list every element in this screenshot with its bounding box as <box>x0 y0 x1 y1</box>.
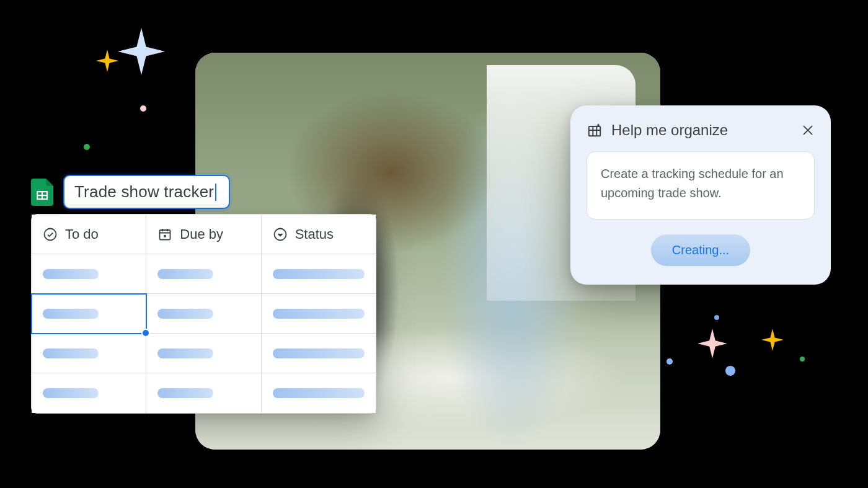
dot-decoration <box>800 357 805 362</box>
svg-point-6 <box>45 228 56 240</box>
table-cell[interactable] <box>262 254 376 294</box>
table-cell[interactable] <box>32 294 146 334</box>
panel-title: Help me organize <box>611 122 792 139</box>
placeholder-pill <box>157 269 213 279</box>
dropdown-icon <box>273 227 288 242</box>
document-title-text: Trade show tracker <box>74 182 214 202</box>
check-circle-icon <box>43 227 58 242</box>
table-cell[interactable] <box>262 334 376 373</box>
placeholder-pill <box>273 309 365 319</box>
table-cell[interactable] <box>146 334 261 373</box>
spreadsheet-preview: To do Due by Status <box>31 214 376 414</box>
column-label: Due by <box>180 226 223 242</box>
table-cell[interactable] <box>32 373 146 413</box>
table-row <box>32 254 376 294</box>
svg-rect-3 <box>37 191 38 200</box>
placeholder-pill <box>43 348 99 358</box>
placeholder-pill <box>43 388 99 398</box>
table-cell[interactable] <box>32 334 146 373</box>
svg-rect-4 <box>42 191 43 200</box>
dot-decoration <box>666 358 673 365</box>
text-cursor <box>215 184 216 201</box>
table-row <box>32 373 376 413</box>
help-me-organize-panel: Help me organize Create a tracking sched… <box>570 105 831 285</box>
google-sheets-icon <box>31 179 53 206</box>
placeholder-pill <box>43 309 99 319</box>
table-row <box>32 294 376 334</box>
placeholder-pill <box>157 309 213 319</box>
table-cell[interactable] <box>32 254 146 294</box>
placeholder-pill <box>43 269 99 279</box>
calendar-icon <box>157 227 172 242</box>
create-button[interactable]: Creating... <box>651 234 750 266</box>
sparkle-icon <box>761 329 784 351</box>
table-cell[interactable] <box>146 294 261 334</box>
svg-rect-8 <box>164 235 167 237</box>
placeholder-pill <box>273 269 365 279</box>
dot-decoration <box>140 105 146 112</box>
prompt-input[interactable]: Create a tracking schedule for an upcomi… <box>587 151 815 220</box>
table-cell[interactable] <box>146 373 261 413</box>
table-cell[interactable] <box>146 254 261 294</box>
svg-rect-7 <box>160 230 170 240</box>
column-header-dueby[interactable]: Due by <box>146 215 261 254</box>
table-row <box>32 334 376 373</box>
table-header-row: To do Due by Status <box>32 215 376 254</box>
dot-decoration <box>714 315 719 320</box>
svg-rect-5 <box>46 191 48 200</box>
column-header-todo[interactable]: To do <box>32 215 146 254</box>
dot-decoration <box>84 144 90 150</box>
column-label: To do <box>65 226 99 242</box>
placeholder-pill <box>273 388 365 398</box>
placeholder-pill <box>157 388 213 398</box>
placeholder-pill <box>157 348 213 358</box>
help-me-organize-icon <box>587 122 603 138</box>
dot-decoration <box>725 366 735 376</box>
column-header-status[interactable]: Status <box>262 215 376 254</box>
sparkle-icon <box>698 329 727 358</box>
table-cell[interactable] <box>262 294 376 334</box>
svg-rect-10 <box>589 126 600 136</box>
column-label: Status <box>295 226 334 242</box>
document-title-input[interactable]: Trade show tracker <box>63 175 230 209</box>
close-button[interactable] <box>801 123 815 137</box>
sparkle-icon <box>118 28 165 75</box>
placeholder-pill <box>273 348 365 358</box>
sparkle-icon <box>96 50 118 72</box>
table-cell[interactable] <box>262 373 376 413</box>
